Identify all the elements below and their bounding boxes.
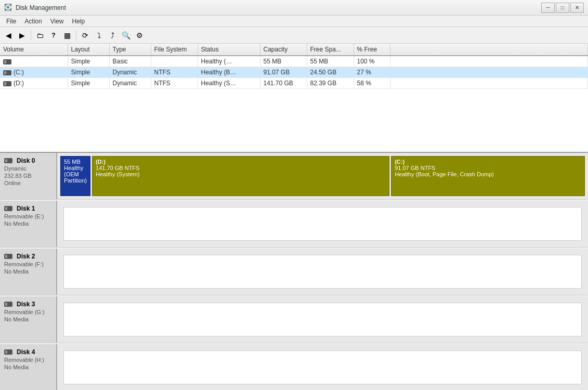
cell-freespace: 24.50 GB: [307, 67, 354, 78]
window-controls: ─ □ ✕: [541, 3, 584, 13]
cell-type: Dynamic: [109, 78, 151, 89]
col-extra: [390, 44, 588, 56]
disk-type: Removable (G:): [4, 309, 52, 315]
disk-status: No Media: [4, 268, 52, 275]
col-capacity[interactable]: Capacity: [260, 44, 307, 56]
menu-help[interactable]: Help: [68, 17, 89, 26]
no-media-area: [63, 207, 582, 241]
disk-row: Disk 4 Removable (H:) No Media: [0, 344, 588, 390]
disk-type: Removable (E:): [4, 213, 52, 219]
title-bar: 💽 Disk Management ─ □ ✕: [0, 0, 588, 16]
toolbar: ◀ ▶ 🗀 ? ▦ ⟳ ⤵ ⤴ 🔍 ⚙: [0, 27, 588, 44]
disk-partitions: [57, 344, 588, 390]
partition[interactable]: 55 MB Healthy (OEM Partition): [60, 156, 90, 196]
menu-bar: File Action View Help: [0, 16, 588, 27]
cell-percentfree: 100 %: [354, 56, 390, 67]
disk-partitions: [57, 296, 588, 343]
cell-percentfree: 27 %: [354, 67, 390, 78]
disk-name: Disk 4: [4, 348, 52, 356]
zoom-button[interactable]: 🔍: [120, 29, 132, 42]
table-row[interactable]: (D:) Simple Dynamic NTFS Healthy (S… 141…: [0, 78, 588, 89]
separator-2: [76, 30, 76, 41]
cell-status: Healthy (…: [198, 56, 260, 67]
col-percentfree[interactable]: % Free: [354, 44, 390, 56]
cell-type: Basic: [109, 56, 151, 67]
cell-extra: [390, 67, 588, 78]
cell-percentfree: 58 %: [354, 78, 390, 89]
disk-label: Disk 1 Removable (E:) No Media: [0, 201, 57, 247]
disk-status: No Media: [4, 364, 52, 370]
disk-name: Disk 1: [4, 205, 52, 212]
import-button[interactable]: ⤵: [93, 29, 105, 42]
forward-button[interactable]: ▶: [16, 29, 28, 42]
menu-action[interactable]: Action: [20, 17, 46, 26]
cell-filesystem: NTFS: [151, 78, 198, 89]
partition-label: (C:): [395, 159, 581, 165]
disk-row: Disk 3 Removable (G:) No Media: [0, 296, 588, 343]
disk-partitions: [57, 249, 588, 295]
no-media-area: [63, 255, 582, 289]
cell-extra: [390, 56, 588, 67]
partition[interactable]: (D:) 141.70 GB NTFS Healthy (System): [92, 156, 389, 196]
settings-button[interactable]: ⚙: [133, 29, 146, 42]
col-layout[interactable]: Layout: [68, 44, 109, 56]
volume-table: Volume Layout Type File System Status Ca…: [0, 44, 588, 89]
partition-status: Healthy (Boot, Page File, Crash Dump): [395, 171, 581, 177]
disk-label: Disk 4 Removable (H:) No Media: [0, 344, 57, 390]
disk-type: Removable (H:): [4, 357, 52, 363]
partition[interactable]: (C:) 91.07 GB NTFS Healthy (Boot, Page F…: [391, 156, 585, 196]
menu-view[interactable]: View: [46, 17, 68, 26]
cell-layout: Simple: [68, 56, 109, 67]
disk-status: No Media: [4, 316, 52, 322]
col-freespace[interactable]: Free Spa...: [307, 44, 354, 56]
cell-volume: (D:): [0, 78, 68, 89]
col-type[interactable]: Type: [109, 44, 151, 56]
disk-label: Disk 3 Removable (G:) No Media: [0, 296, 57, 343]
help-button[interactable]: ?: [47, 29, 60, 42]
cell-filesystem: NTFS: [151, 67, 198, 78]
export-button[interactable]: ⤴: [106, 29, 119, 42]
table-header-row: Volume Layout Type File System Status Ca…: [0, 44, 588, 56]
disk-status: Online: [4, 180, 52, 186]
cell-capacity: 141.70 GB: [260, 78, 307, 89]
app-icon: 💽: [4, 4, 12, 12]
cell-capacity: 91.07 GB: [260, 67, 307, 78]
rescan-button[interactable]: ⟳: [79, 29, 92, 42]
partition-size: 91.07 GB NTFS: [395, 165, 581, 171]
maximize-button[interactable]: □: [556, 3, 569, 13]
table-row[interactable]: Simple Basic Healthy (… 55 MB 55 MB 100 …: [0, 56, 588, 67]
table-row[interactable]: (C:) Simple Dynamic NTFS Healthy (B… 91.…: [0, 67, 588, 78]
cell-capacity: 55 MB: [260, 56, 307, 67]
close-button[interactable]: ✕: [570, 3, 584, 13]
back-button[interactable]: ◀: [2, 29, 15, 42]
col-filesystem[interactable]: File System: [151, 44, 198, 56]
disk-name: Disk 2: [4, 253, 52, 260]
folder-button[interactable]: 🗀: [34, 29, 46, 42]
menu-file[interactable]: File: [2, 17, 20, 26]
disk-type: Dynamic: [4, 165, 52, 172]
partition-size: 141.70 GB NTFS: [96, 165, 386, 171]
col-volume[interactable]: Volume: [0, 44, 68, 56]
cell-volume: (C:): [0, 67, 68, 78]
partition-status: Healthy (System): [96, 171, 386, 177]
col-status[interactable]: Status: [198, 44, 260, 56]
cell-extra: [390, 78, 588, 89]
disk-name: Disk 3: [4, 301, 52, 308]
cell-filesystem: [151, 56, 198, 67]
cell-freespace: 55 MB: [307, 56, 354, 67]
cell-freespace: 82.39 GB: [307, 78, 354, 89]
disk-label: Disk 2 Removable (F:) No Media: [0, 249, 57, 295]
minimize-button[interactable]: ─: [541, 3, 555, 13]
properties-button[interactable]: ▦: [61, 29, 73, 42]
disk-status: No Media: [4, 220, 52, 227]
cell-type: Dynamic: [109, 67, 151, 78]
volume-table-container: Volume Layout Type File System Status Ca…: [0, 44, 588, 153]
disk-size: 232.83 GB: [4, 173, 52, 179]
disk-row: Disk 2 Removable (F:) No Media: [0, 249, 588, 295]
partition-label: (D:): [96, 159, 386, 165]
partition-size: 55 MB: [64, 159, 87, 165]
cell-status: Healthy (S…: [198, 78, 260, 89]
cell-layout: Simple: [68, 78, 109, 89]
window-title: Disk Management: [16, 4, 66, 11]
cell-volume: [0, 56, 68, 67]
